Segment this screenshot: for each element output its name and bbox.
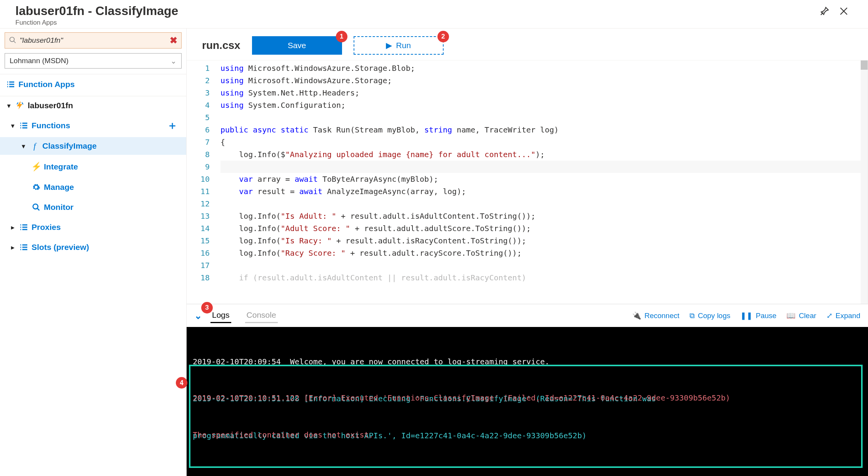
sidebar-item-app[interactable]: ▾ labuser01fn — [0, 97, 186, 114]
search-input[interactable] — [17, 36, 170, 45]
callout-2: 2 — [437, 31, 449, 42]
sidebar-item-label: Integrate — [44, 162, 78, 171]
pause-label: Pause — [756, 312, 776, 320]
code-line: using System.Net.Http.Headers; — [220, 87, 868, 99]
search-input-wrap[interactable]: ✖ — [5, 32, 182, 49]
list-icon — [5, 80, 16, 89]
sidebar-item-label: Function Apps — [18, 80, 75, 89]
code-line — [220, 111, 868, 124]
code-editor[interactable]: 123456789101112131415161718 using Micros… — [187, 60, 868, 304]
clear-label: Clear — [799, 312, 816, 320]
code-line: { — [220, 136, 868, 148]
line-number: 13 — [187, 210, 210, 222]
line-number: 2 — [187, 74, 210, 87]
copy-logs-button[interactable]: ⧉ Copy logs — [689, 312, 731, 320]
sidebar-item-monitor[interactable]: Monitor — [0, 199, 186, 216]
callout-4: 4 — [176, 377, 187, 389]
svg-point-1 — [33, 204, 38, 209]
list-icon — [18, 223, 29, 232]
filename-label: run.csx — [202, 39, 240, 52]
search-icon — [9, 36, 17, 45]
code-line — [220, 161, 868, 173]
line-number: 7 — [187, 136, 210, 148]
code-line — [220, 259, 868, 272]
code-line: log.Info($"Analyzing uploaded image {nam… — [220, 148, 868, 161]
function-app-icon — [15, 101, 25, 110]
collapse-logs-icon[interactable]: ⌄ — [194, 310, 202, 321]
line-number: 12 — [187, 198, 210, 210]
reconnect-button[interactable]: 🔌 Reconnect — [632, 311, 679, 320]
sidebar: ✖ Lohmann (MSDN) ⌄ Function Apps ▾ labus… — [0, 28, 187, 469]
copy-logs-label: Copy logs — [698, 312, 731, 320]
sidebar-item-label: Functions — [32, 121, 70, 130]
divider — [0, 96, 186, 96]
play-icon: ▶ — [386, 41, 392, 50]
line-number: 14 — [187, 222, 210, 235]
book-icon: 📖 — [786, 311, 796, 320]
add-function-icon[interactable]: ＋ — [167, 118, 178, 133]
reconnect-label: Reconnect — [644, 312, 679, 320]
lightning-icon: ⚡ — [31, 162, 42, 172]
code-line: var result = await AnalyzeImageAsync(arr… — [220, 185, 868, 198]
clear-button[interactable]: 📖 Clear — [786, 311, 816, 320]
sidebar-item-slots[interactable]: ▸ Slots (preview) — [0, 239, 186, 256]
save-button[interactable]: Save — [252, 36, 342, 55]
tab-console[interactable]: Console — [245, 308, 278, 323]
chevron-down-icon: ⌄ — [170, 57, 177, 65]
close-icon[interactable] — [839, 6, 849, 17]
line-number: 17 — [187, 259, 210, 272]
caret-right-icon: ▸ — [9, 244, 16, 251]
code-line: using Microsoft.WindowsAzure.Storage; — [220, 74, 868, 87]
copy-icon: ⧉ — [689, 312, 695, 320]
callout-1: 1 — [336, 31, 347, 42]
scrollbar[interactable] — [861, 60, 868, 304]
line-number: 5 — [187, 111, 210, 124]
subscription-select[interactable]: Lohmann (MSDN) ⌄ — [5, 53, 182, 69]
pause-button[interactable]: ❚❚ Pause — [740, 311, 776, 320]
sidebar-item-manage[interactable]: Manage — [0, 179, 186, 196]
callout-3: 3 — [201, 302, 213, 313]
search-icon — [31, 203, 42, 211]
page-title: labuser01fn - ClassifyImage — [15, 4, 178, 18]
sidebar-item-classifyimage[interactable]: ▾ f ClassifyImage — [0, 137, 186, 155]
sidebar-item-label: Slots (preview) — [32, 243, 89, 252]
sidebar-item-proxies[interactable]: ▸ Proxies — [0, 219, 186, 236]
line-number: 4 — [187, 99, 210, 111]
log-output[interactable]: 2019-02-10T20:09:54 Welcome, you are now… — [187, 327, 868, 476]
line-number: 6 — [187, 124, 210, 136]
line-number: 18 — [187, 272, 210, 284]
expand-button[interactable]: ⤢ Expand — [826, 311, 860, 320]
pin-icon[interactable] — [820, 6, 830, 17]
line-number: 10 — [187, 173, 210, 185]
tab-logs[interactable]: Logs — [210, 308, 231, 323]
run-button[interactable]: ▶ Run — [354, 36, 444, 55]
line-number: 9 — [187, 161, 210, 173]
code-line: using System.Configuration; — [220, 99, 868, 111]
caret-down-icon: ▾ — [5, 102, 12, 109]
clear-search-icon[interactable]: ✖ — [170, 35, 177, 46]
sidebar-item-functions[interactable]: ▾ Functions ＋ — [0, 117, 186, 134]
code-line — [220, 198, 868, 210]
line-number: 16 — [187, 247, 210, 259]
sidebar-item-function-apps[interactable]: Function Apps — [0, 76, 186, 93]
sidebar-item-label: labuser01fn — [28, 101, 73, 110]
sidebar-item-label: Proxies — [32, 223, 61, 232]
page-subtitle: Function Apps — [15, 19, 178, 27]
sidebar-item-label: Monitor — [44, 203, 73, 212]
line-number: 3 — [187, 87, 210, 99]
line-number: 8 — [187, 148, 210, 161]
list-icon — [18, 121, 29, 130]
caret-right-icon: ▸ — [9, 224, 16, 231]
expand-label: Expand — [836, 312, 860, 320]
list-icon — [18, 243, 29, 252]
sidebar-item-integrate[interactable]: ⚡ Integrate — [0, 158, 186, 176]
expand-icon: ⤢ — [826, 311, 833, 320]
code-line: log.Info("Adult Score: " + result.adult.… — [220, 222, 868, 235]
pause-icon: ❚❚ — [740, 311, 753, 320]
run-button-label: Run — [396, 41, 411, 50]
code-line: log.Info("Is Adult: " + result.adult.isA… — [220, 210, 868, 222]
plug-icon: 🔌 — [632, 311, 641, 320]
subscription-label: Lohmann (MSDN) — [10, 57, 68, 65]
code-line: log.Info("Racy Score: " + result.adult.r… — [220, 247, 868, 259]
code-line: using Microsoft.WindowsAzure.Storage.Blo… — [220, 62, 868, 74]
